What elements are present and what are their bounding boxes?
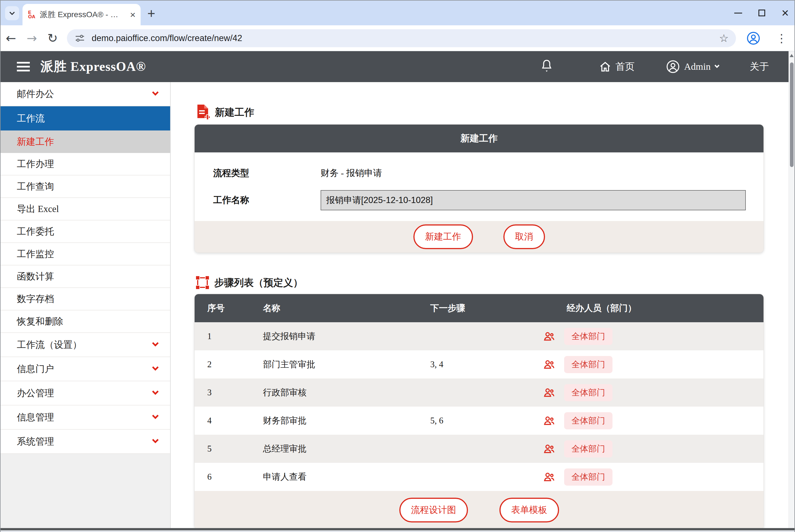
bell-icon: [540, 58, 554, 74]
steps-table-panel: 序号 名称 下一步骤 经办人员（部门） 1 提交报销申请: [194, 294, 764, 528]
people-icon: [543, 386, 556, 399]
form-template-button[interactable]: 表单模板: [499, 498, 559, 522]
table-row: 4 财务部审批 5, 6 全体部门: [195, 406, 763, 435]
page-scrollbar: [789, 51, 794, 528]
sidebar-group-system-mgmt[interactable]: 系统管理: [1, 430, 170, 454]
chevron-down-icon: [152, 412, 158, 419]
chevron-down-icon: [152, 89, 158, 96]
reload-icon[interactable]: ↻: [42, 31, 63, 45]
back-icon[interactable]: ←: [1, 31, 21, 45]
minimize-icon[interactable]: [734, 13, 742, 14]
sidebar-item-restore-delete[interactable]: 恢复和删除: [1, 310, 170, 333]
browser-tab[interactable]: E OA 派胜 ExpressOA® - 新建工作 ×: [22, 4, 140, 25]
app-header: 派胜 ExpressOA® 首页: [1, 51, 789, 82]
table-body: 1 提交报销申请 全体部门: [195, 322, 763, 491]
dept-badge[interactable]: 全体部门: [564, 440, 612, 457]
table-row: 1 提交报销申请 全体部门: [195, 322, 763, 350]
sidebar-group-info-portal[interactable]: 信息门户: [1, 357, 170, 381]
site-settings-icon[interactable]: [74, 33, 86, 44]
user-menu[interactable]: Admin: [666, 59, 719, 74]
sidebar-item-new-work[interactable]: 新建工作: [1, 131, 170, 153]
sidebar-group-workflow-settings[interactable]: 工作流（设置）: [1, 333, 170, 357]
window-controls: ×: [734, 1, 789, 25]
window-bottom-edge: [1, 528, 794, 530]
people-icon: [543, 358, 556, 371]
user-label: Admin: [684, 61, 711, 72]
new-work-panel: 新建工作 流程类型 财务 - 报销申请 工作名称: [194, 124, 764, 253]
tab-search-button[interactable]: [5, 6, 19, 20]
table-row: 2 部门主管审批 3, 4 全体部门: [195, 350, 763, 379]
scrollbar-thumb[interactable]: [790, 62, 794, 167]
work-name-label: 工作名称: [195, 194, 321, 206]
chevron-down-icon: [152, 388, 158, 395]
maximize-icon[interactable]: [758, 10, 765, 16]
people-icon: [543, 330, 556, 343]
close-icon[interactable]: ×: [781, 7, 789, 19]
table-header: 序号 名称 下一步骤 经办人员（部门）: [195, 294, 763, 322]
create-work-button[interactable]: 新建工作: [413, 224, 473, 249]
sidebar-item-work-query[interactable]: 工作查询: [1, 175, 170, 198]
steps-frame-icon: [195, 275, 210, 290]
scroll-up-icon[interactable]: [790, 54, 794, 57]
dept-badge[interactable]: 全体部门: [564, 328, 612, 345]
flow-type-label: 流程类型: [195, 167, 321, 179]
flow-diagram-button[interactable]: 流程设计图: [399, 498, 468, 522]
sidebar-item-work-monitor[interactable]: 工作监控: [1, 243, 170, 265]
tab-close-icon[interactable]: ×: [130, 10, 135, 19]
sidebar-group-workflow[interactable]: 工作流: [1, 106, 170, 131]
address-bar[interactable]: demo.paioffice.com/flow/create/new/42 ☆: [67, 29, 736, 47]
dept-badge[interactable]: 全体部门: [564, 384, 612, 401]
browser-menu-icon[interactable]: ⋮: [776, 32, 787, 45]
home-icon: [599, 60, 612, 73]
user-icon: [666, 59, 680, 74]
table-row: 3 行政部审核 全体部门: [195, 379, 763, 406]
app-brand: 派胜 ExpressOA®: [40, 58, 146, 75]
sidebar-group-mail-office[interactable]: 邮件办公: [1, 82, 170, 106]
sidebar: 邮件办公 工作流 新建工作 工作办理 工作查询: [1, 82, 171, 528]
field-row-work-name: 工作名称: [195, 187, 763, 214]
people-icon: [543, 442, 556, 455]
profile-button[interactable]: [746, 31, 761, 45]
expressoa-favicon-icon: E OA: [28, 11, 35, 19]
panel-title: 新建工作: [195, 125, 763, 152]
dept-badge[interactable]: 全体部门: [564, 469, 612, 486]
dept-badge[interactable]: 全体部门: [564, 412, 612, 430]
sidebar-item-function-calc[interactable]: 函数计算: [1, 265, 170, 288]
sidebar-item-work-handle[interactable]: 工作办理: [1, 153, 170, 175]
forward-icon[interactable]: →: [21, 31, 42, 45]
chevron-down-icon: [9, 10, 15, 15]
people-icon: [543, 471, 556, 483]
document-add-icon: [195, 104, 210, 120]
table-row: 6 申请人查看 全体部门: [195, 463, 763, 491]
dept-badge[interactable]: 全体部门: [564, 356, 612, 373]
people-icon: [543, 414, 556, 427]
sidebar-item-export-excel[interactable]: 导出 Excel: [1, 198, 170, 221]
profile-icon: [746, 31, 761, 45]
table-row: 5 总经理审批 全体部门: [195, 435, 763, 463]
steps-section-title: 步骤列表（预定义）: [195, 275, 789, 290]
hamburger-menu-icon[interactable]: [17, 60, 30, 74]
cancel-button[interactable]: 取消: [504, 224, 545, 249]
page-title: 新建工作: [195, 104, 789, 120]
notifications-button[interactable]: [540, 58, 554, 75]
sidebar-group-info-mgmt[interactable]: 信息管理: [1, 405, 170, 430]
tab-title: 派胜 ExpressOA® - 新建工作: [40, 9, 126, 20]
main-content: 新建工作 新建工作 流程类型 财务 - 报销申请 工作名称: [171, 82, 789, 528]
home-label: 首页: [616, 60, 635, 73]
chevron-down-icon: [152, 436, 158, 443]
new-tab-button[interactable]: +: [147, 7, 155, 20]
field-row-flow-type: 流程类型 财务 - 报销申请: [195, 160, 763, 187]
work-name-input[interactable]: [321, 190, 746, 210]
flow-type-value: 财务 - 报销申请: [321, 167, 382, 179]
sidebar-group-office-mgmt[interactable]: 办公管理: [1, 381, 170, 405]
home-nav-item[interactable]: 首页: [599, 60, 635, 73]
about-nav-item[interactable]: 关于: [750, 60, 769, 73]
bookmark-star-icon[interactable]: ☆: [719, 32, 728, 44]
chevron-down-icon: [152, 364, 158, 370]
sidebar-item-digital-archive[interactable]: 数字存档: [1, 288, 170, 310]
url-text: demo.paioffice.com/flow/create/new/42: [92, 33, 719, 43]
sidebar-item-work-delegate[interactable]: 工作委托: [1, 221, 170, 243]
chevron-down-icon: [714, 63, 719, 68]
chevron-down-icon: [152, 340, 158, 346]
tab-strip: E OA 派胜 ExpressOA® - 新建工作 × + ×: [1, 1, 794, 25]
